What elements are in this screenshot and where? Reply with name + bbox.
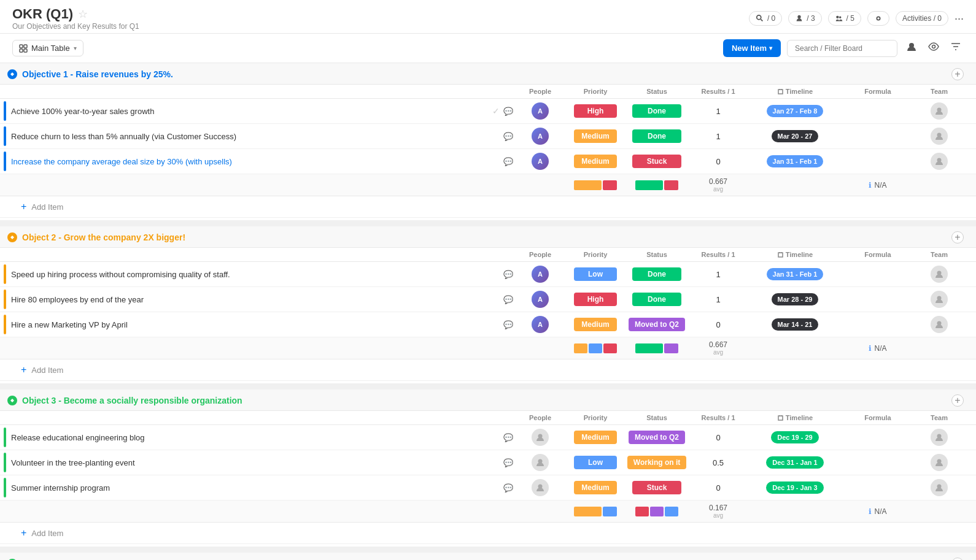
col-header-team: Team: [915, 85, 964, 98]
filter-icon[interactable]: [948, 39, 964, 58]
add-objective-item-button[interactable]: +: [951, 231, 964, 244]
priority-cell[interactable]: High: [565, 293, 626, 306]
item-name[interactable]: Increase the company average deal size b…: [11, 157, 503, 166]
people-count-pill[interactable]: / 3: [788, 11, 821, 26]
chat-icon[interactable]: 💬: [503, 270, 513, 279]
priority-cell[interactable]: Medium: [565, 481, 626, 494]
timeline-cell[interactable]: Jan 27 - Feb 8: [749, 105, 841, 117]
timeline-cell[interactable]: Dec 19 - Jan 3: [749, 481, 841, 494]
avatar-placeholder: [532, 479, 549, 496]
table-selector[interactable]: Main Table ▾: [12, 40, 83, 56]
table-row: Hire a new Marketing VP by April💬AMedium…: [0, 312, 976, 337]
status-cell[interactable]: Moved to Q2: [626, 431, 687, 444]
team-avatar: [931, 266, 948, 283]
avg-cell: 0.667avg: [687, 340, 749, 356]
priority-badge: Low: [574, 267, 617, 281]
timeline-cell[interactable]: Dec 19 - 29: [749, 431, 841, 443]
add-item-row[interactable]: +Add Item: [0, 359, 976, 381]
check-icon[interactable]: ✓: [492, 106, 500, 116]
priority-cell[interactable]: Medium: [565, 129, 626, 143]
user-icon[interactable]: [904, 39, 920, 58]
priority-cell[interactable]: Medium: [565, 431, 626, 444]
objective-title-obj2[interactable]: Object 2 - Grow the company 2X bigger!: [22, 232, 185, 242]
status-cell[interactable]: Stuck: [626, 481, 687, 494]
eye-icon[interactable]: [926, 39, 942, 58]
team-avatar: [931, 316, 948, 333]
priority-cell[interactable]: High: [565, 104, 626, 118]
timeline-badge: Jan 31 - Feb 1: [767, 268, 824, 280]
col-header-formula: Formula: [841, 85, 915, 98]
priority-bar-segment: [574, 507, 602, 516]
add-objective-item-button[interactable]: +: [951, 558, 964, 560]
team-cell: [915, 479, 964, 496]
timeline-cell[interactable]: Mar 20 - 27: [749, 130, 841, 142]
priority-cell[interactable]: Medium: [565, 155, 626, 168]
chat-icon[interactable]: 💬: [503, 433, 513, 442]
timeline-cell[interactable]: Mar 28 - 29: [749, 293, 841, 305]
add-item-row[interactable]: +Add Item: [0, 196, 976, 218]
section-gap: [0, 220, 976, 226]
svg-point-0: [757, 15, 761, 20]
avatar-placeholder: [532, 454, 549, 471]
objective-header-obj4: Object 4 - Build a Great Corporate Cultu…: [0, 553, 976, 560]
status-bar-segment: [635, 343, 663, 353]
table-label: Main Table: [31, 44, 70, 53]
timeline-badge: Jan 31 - Feb 1: [767, 155, 824, 167]
people-cell: [516, 429, 565, 446]
add-objective-item-button[interactable]: +: [951, 394, 964, 407]
result-cell: 0: [687, 320, 749, 329]
team-avatar: [931, 128, 948, 145]
priority-cell[interactable]: Low: [565, 267, 626, 281]
search-input[interactable]: [787, 40, 897, 57]
result-cell: 1: [687, 295, 749, 304]
status-summary-bars: [626, 507, 687, 516]
chat-icon[interactable]: 💬: [503, 320, 513, 329]
search-count-pill[interactable]: / 0: [749, 11, 782, 26]
objective-title-obj1[interactable]: Objective 1 - Raise revenues by 25%.: [22, 69, 173, 79]
status-cell[interactable]: Done: [626, 104, 687, 118]
timeline-cell[interactable]: Dec 31 - Jan 1: [749, 456, 841, 469]
chat-icon[interactable]: 💬: [503, 458, 513, 467]
settings-pill[interactable]: [867, 11, 889, 26]
add-objective-item-button[interactable]: +: [951, 68, 964, 80]
item-color-bar: [4, 428, 6, 447]
chat-icon[interactable]: 💬: [503, 157, 513, 166]
status-cell[interactable]: Stuck: [626, 155, 687, 168]
priority-summary-bars: [565, 180, 626, 190]
priority-cell[interactable]: Low: [565, 456, 626, 469]
chat-icon[interactable]: 💬: [503, 132, 513, 141]
objective-section-obj3: Object 3 - Become a socially responsible…: [0, 389, 976, 544]
summary-row: 0.167avgℹN/A: [0, 501, 976, 523]
row-action-icons: 💬: [503, 157, 516, 166]
timeline-cell[interactable]: Mar 14 - 21: [749, 318, 841, 331]
activities-pill[interactable]: Activities / 0: [896, 11, 948, 26]
status-cell[interactable]: Done: [626, 129, 687, 143]
status-cell[interactable]: Working on it: [626, 456, 687, 469]
add-item-row[interactable]: +Add Item: [0, 523, 976, 544]
status-cell[interactable]: Done: [626, 293, 687, 306]
item-color-bar: [4, 126, 6, 146]
col-header-team: Team: [915, 411, 964, 424]
objective-title-obj3[interactable]: Object 3 - Become a socially responsible…: [22, 396, 242, 405]
new-item-button[interactable]: New Item ▾: [723, 39, 781, 57]
status-cell[interactable]: Moved to Q2: [626, 318, 687, 331]
item-name-cell: Increase the company average deal size b…: [0, 149, 516, 174]
team-cell: [915, 102, 964, 120]
user-count-pill[interactable]: / 5: [828, 11, 861, 26]
priority-bar-segment: [603, 507, 617, 516]
chat-icon[interactable]: 💬: [503, 107, 513, 116]
avatar: A: [532, 128, 549, 145]
priority-cell[interactable]: Medium: [565, 318, 626, 331]
status-cell[interactable]: Done: [626, 267, 687, 281]
star-icon[interactable]: ☆: [78, 7, 88, 21]
summary-row: 0.667avgℹN/A: [0, 337, 976, 359]
more-button[interactable]: ···: [955, 12, 964, 25]
chat-icon[interactable]: 💬: [503, 483, 513, 493]
item-color-bar: [4, 290, 6, 309]
table-row: Speed up hiring process without compromi…: [0, 262, 976, 287]
timeline-cell[interactable]: Jan 31 - Feb 1: [749, 155, 841, 167]
subtitle: Our Objectives and Key Results for Q1: [12, 22, 139, 31]
chat-icon[interactable]: 💬: [503, 295, 513, 304]
timeline-cell[interactable]: Jan 31 - Feb 1: [749, 268, 841, 280]
items-container: Achieve 100% year-to-year sales growth✓💬…: [0, 99, 976, 218]
